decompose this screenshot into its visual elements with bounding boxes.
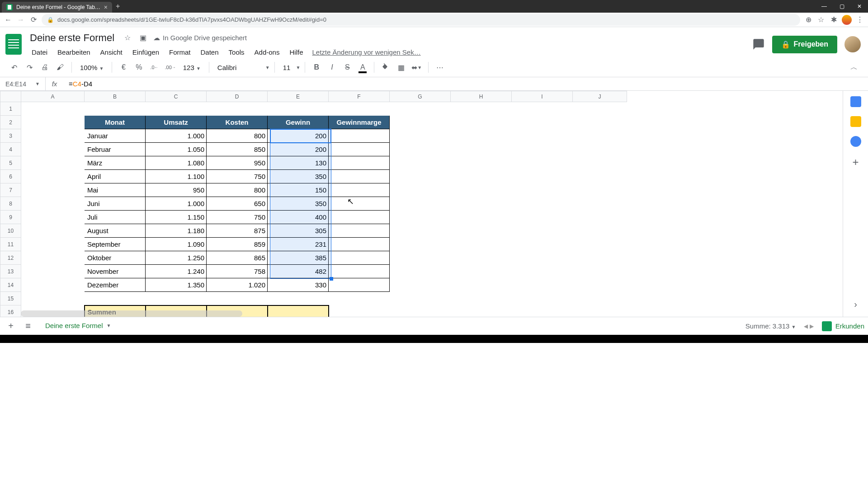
cell[interactable]: Kosten	[207, 116, 268, 129]
tasks-icon[interactable]	[850, 136, 861, 147]
comments-icon[interactable]	[752, 38, 765, 51]
browser-profile-avatar[interactable]	[842, 15, 852, 25]
cell[interactable]: 1.000	[146, 129, 207, 143]
collapse-toolbar-icon[interactable]: ︿	[847, 61, 861, 74]
row-header[interactable]: 1	[0, 102, 21, 116]
cell[interactable]: Gewinn	[268, 116, 329, 129]
cell[interactable]	[329, 129, 390, 143]
horizontal-scrollbar[interactable]	[21, 310, 242, 317]
cell[interactable]: 1.250	[146, 251, 207, 265]
cell[interactable]	[451, 224, 512, 238]
forward-button[interactable]: →	[16, 15, 25, 24]
cell[interactable]: 1.000	[146, 197, 207, 211]
chevron-down-icon[interactable]: ▼	[35, 81, 40, 86]
row-header[interactable]: 3	[0, 129, 21, 143]
column-header[interactable]: D	[207, 91, 268, 102]
maximize-button[interactable]: ▢	[835, 1, 849, 11]
row-header[interactable]: 13	[0, 265, 21, 278]
menu-tools[interactable]: Tools	[224, 47, 249, 58]
cell[interactable]	[573, 224, 627, 238]
cell[interactable]	[146, 102, 207, 116]
cell[interactable]	[329, 292, 390, 305]
sheets-logo-icon[interactable]	[4, 31, 24, 58]
currency-button[interactable]: €	[117, 61, 130, 74]
cell[interactable]	[512, 265, 573, 278]
cell[interactable]	[329, 305, 390, 317]
cell[interactable]: 850	[207, 143, 268, 156]
row-header[interactable]: 14	[0, 278, 21, 292]
cell[interactable]	[573, 251, 627, 265]
cell[interactable]: Umsatz	[146, 116, 207, 129]
cell[interactable]: 200	[268, 143, 329, 156]
cell[interactable]	[329, 224, 390, 238]
cell[interactable]: 950	[146, 183, 207, 197]
explore-button[interactable]: Erkunden	[822, 321, 864, 331]
cell[interactable]	[329, 265, 390, 278]
column-header[interactable]: G	[390, 91, 451, 102]
merge-button[interactable]: ⬌ ▼	[410, 61, 424, 74]
row-header[interactable]: 9	[0, 211, 21, 224]
cell[interactable]: 1.350	[146, 278, 207, 292]
font-size-select[interactable]: 11	[279, 64, 294, 71]
column-headers[interactable]: ABCDEFGHIJ	[0, 91, 627, 102]
cell[interactable]: 305	[268, 224, 329, 238]
column-header[interactable]: B	[85, 91, 146, 102]
selection-stats[interactable]: Summe: 3.313 ▼	[745, 322, 796, 330]
move-icon[interactable]: ▣	[138, 33, 148, 43]
column-header[interactable]: C	[146, 91, 207, 102]
cell[interactable]	[21, 156, 85, 170]
cell[interactable]	[512, 170, 573, 183]
cell[interactable]	[21, 170, 85, 183]
cell[interactable]: Mai	[85, 183, 146, 197]
cell[interactable]	[451, 197, 512, 211]
cell[interactable]	[268, 292, 329, 305]
row-header[interactable]: 5	[0, 156, 21, 170]
cell[interactable]: 150	[268, 183, 329, 197]
cell[interactable]	[573, 170, 627, 183]
address-bar[interactable]: 🔒 docs.google.com/spreadsheets/d/1GE-twI…	[42, 14, 800, 26]
star-icon[interactable]: ☆	[123, 33, 132, 43]
name-box[interactable]: E4:E14 ▼	[0, 80, 45, 88]
cell[interactable]: 950	[207, 156, 268, 170]
cell[interactable]	[21, 143, 85, 156]
cell[interactable]: 875	[207, 224, 268, 238]
new-tab-button[interactable]: +	[112, 2, 123, 10]
cell[interactable]	[85, 292, 146, 305]
cell[interactable]	[390, 156, 451, 170]
percent-button[interactable]: %	[132, 61, 146, 74]
cell[interactable]: 750	[207, 170, 268, 183]
cell[interactable]	[390, 224, 451, 238]
cell[interactable]: März	[85, 156, 146, 170]
font-select[interactable]: Calibri	[214, 64, 264, 71]
cell[interactable]	[329, 102, 390, 116]
row-header[interactable]: 7	[0, 183, 21, 197]
cell[interactable]	[451, 251, 512, 265]
cell[interactable]	[21, 183, 85, 197]
cell[interactable]: 1.020	[207, 278, 268, 292]
cell[interactable]	[573, 305, 627, 317]
cell[interactable]	[329, 183, 390, 197]
cell[interactable]	[390, 265, 451, 278]
increase-decimal-button[interactable]: .00→	[163, 61, 177, 74]
cell[interactable]	[512, 197, 573, 211]
bold-button[interactable]: B	[310, 61, 323, 74]
cell[interactable]	[451, 265, 512, 278]
redo-button[interactable]: ↷	[23, 61, 36, 74]
cell[interactable]	[573, 183, 627, 197]
cell[interactable]	[573, 102, 627, 116]
browser-menu-icon[interactable]: ⋮	[855, 15, 864, 24]
fill-color-button[interactable]	[379, 61, 392, 74]
cell[interactable]: Februar	[85, 143, 146, 156]
cell[interactable]: 865	[207, 251, 268, 265]
cell[interactable]: 231	[268, 238, 329, 251]
cell[interactable]	[573, 116, 627, 129]
expand-side-panel-icon[interactable]: ›	[854, 299, 857, 310]
cell[interactable]	[451, 116, 512, 129]
cell[interactable]	[573, 129, 627, 143]
keep-icon[interactable]	[850, 116, 861, 127]
cell[interactable]: 650	[207, 197, 268, 211]
cell[interactable]	[21, 102, 85, 116]
cell[interactable]	[21, 116, 85, 129]
drive-status[interactable]: ☁ In Google Drive gespeichert	[153, 34, 247, 42]
undo-button[interactable]: ↶	[7, 61, 21, 74]
